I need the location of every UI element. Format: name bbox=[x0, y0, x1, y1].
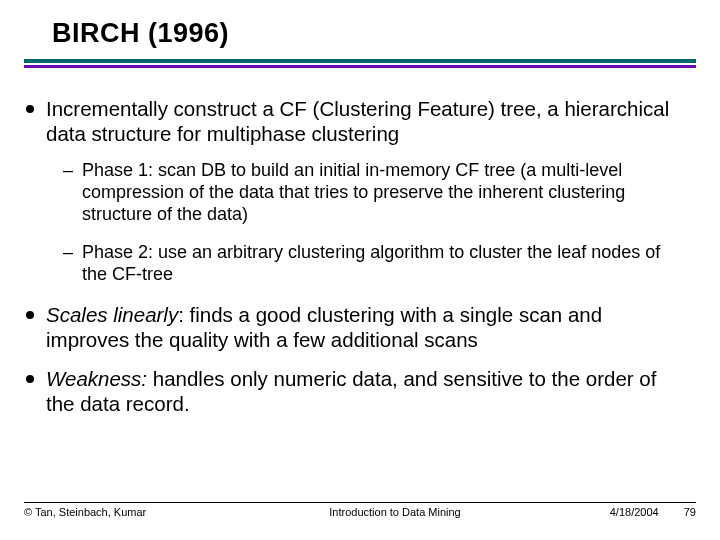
bullet-2: Scales linearly: finds a good clustering… bbox=[24, 302, 690, 352]
bullet-2-lead: Scales linearly bbox=[46, 303, 178, 326]
footer-page: 79 bbox=[684, 506, 696, 518]
bullet-1-sub-1-text: Phase 1: scan DB to build an initial in-… bbox=[82, 160, 690, 226]
slide-title: BIRCH (1996) bbox=[52, 18, 696, 49]
slide: BIRCH (1996) Incrementally construct a C… bbox=[0, 0, 720, 540]
footer-right: 4/18/2004 79 bbox=[566, 506, 696, 518]
footer-mid: Introduction to Data Mining bbox=[224, 506, 566, 518]
slide-body: Incrementally construct a CF (Clustering… bbox=[24, 96, 696, 416]
bullet-1-sub-2: – Phase 2: use an arbitrary clustering a… bbox=[62, 242, 690, 286]
bullet-2-text: Scales linearly: finds a good clustering… bbox=[46, 302, 690, 352]
bullet-1-text: Incrementally construct a CF (Clustering… bbox=[46, 96, 690, 146]
bullet-1-sub-2-text: Phase 2: use an arbitrary clustering alg… bbox=[82, 242, 690, 286]
title-underline bbox=[24, 59, 696, 68]
dash-icon: – bbox=[62, 242, 74, 264]
bullet-3: Weakness: handles only numeric data, and… bbox=[24, 366, 690, 416]
footer-left: © Tan, Steinbach, Kumar bbox=[24, 506, 224, 518]
bullet-3-text: Weakness: handles only numeric data, and… bbox=[46, 366, 690, 416]
rule-top bbox=[24, 59, 696, 63]
bullet-icon bbox=[26, 311, 34, 319]
footer-row: © Tan, Steinbach, Kumar Introduction to … bbox=[24, 506, 696, 518]
bullet-1: Incrementally construct a CF (Clustering… bbox=[24, 96, 690, 146]
bullet-icon bbox=[26, 375, 34, 383]
bullet-1-sub-1: – Phase 1: scan DB to build an initial i… bbox=[62, 160, 690, 226]
bullet-3-lead: Weakness: bbox=[46, 367, 147, 390]
dash-icon: – bbox=[62, 160, 74, 182]
footer-date: 4/18/2004 bbox=[610, 506, 659, 518]
bullet-icon bbox=[26, 105, 34, 113]
slide-footer: © Tan, Steinbach, Kumar Introduction to … bbox=[24, 502, 696, 518]
footer-rule bbox=[24, 502, 696, 503]
rule-bottom bbox=[24, 65, 696, 68]
